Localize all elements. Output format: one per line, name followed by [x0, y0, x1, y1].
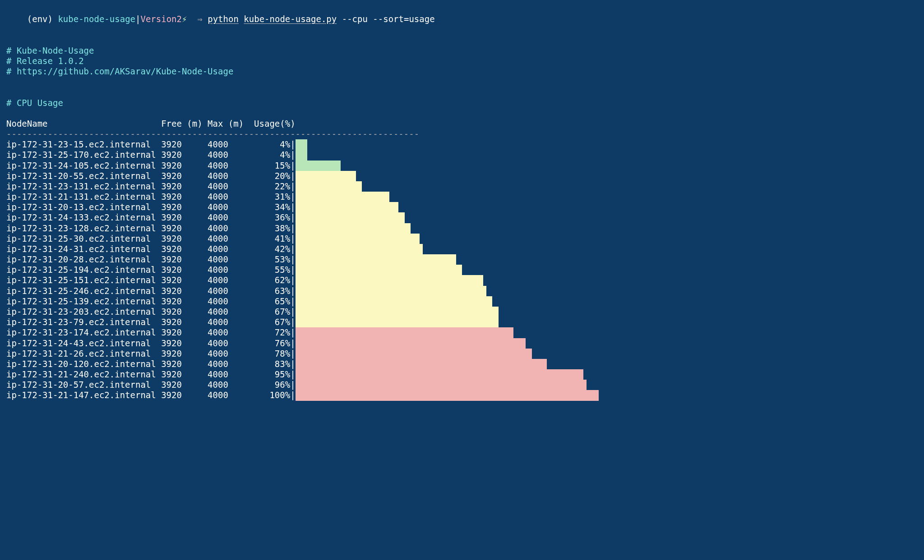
- usage-bar-fill: [296, 307, 499, 317]
- table-header: NodeName Free (m) Max (m) Usage(%): [6, 119, 918, 129]
- usage-bar: [296, 390, 599, 400]
- usage-bar-fill: [296, 286, 486, 296]
- usage-bar: [296, 192, 599, 202]
- usage-bar-fill: [296, 254, 456, 265]
- table-row: ip-172-31-20-13.ec2.internal 3920 4000 3…: [6, 202, 918, 212]
- usage-bar: [296, 349, 599, 359]
- lightning-icon: ⚡: [182, 14, 187, 24]
- usage-bar: [296, 327, 599, 338]
- usage-bar: [296, 202, 599, 212]
- usage-bar: [296, 286, 599, 296]
- usage-bar: [296, 181, 599, 192]
- row-cells: ip-172-31-20-13.ec2.internal 3920 4000 3…: [6, 202, 296, 212]
- row-cells: ip-172-31-24-43.ec2.internal 3920 4000 7…: [6, 338, 296, 349]
- row-cells: ip-172-31-24-31.ec2.internal 3920 4000 4…: [6, 244, 296, 254]
- prompt-line[interactable]: (env) kube-node-usage|Version2⚡ ⇒ python…: [6, 4, 918, 35]
- usage-bar: [296, 150, 599, 160]
- usage-bar-fill: [296, 317, 499, 327]
- row-cells: ip-172-31-23-15.ec2.internal 3920 4000 4…: [6, 139, 296, 150]
- blank-line: [6, 108, 918, 119]
- usage-bar-fill: [296, 244, 423, 254]
- table-row: ip-172-31-25-170.ec2.internal 3920 4000 …: [6, 150, 918, 160]
- banner-line-3: # https://github.com/AKSarav/Kube-Node-U…: [6, 66, 918, 77]
- table-row: ip-172-31-24-43.ec2.internal 3920 4000 7…: [6, 338, 918, 349]
- usage-bar: [296, 254, 599, 265]
- table-row: ip-172-31-25-139.ec2.internal 3920 4000 …: [6, 296, 918, 307]
- usage-bar-fill: [296, 390, 599, 400]
- table-row: ip-172-31-23-203.ec2.internal 3920 4000 …: [6, 307, 918, 317]
- table-row: ip-172-31-25-30.ec2.internal 3920 4000 4…: [6, 234, 918, 244]
- usage-bar-fill: [296, 338, 526, 349]
- table-divider: ----------------------------------------…: [6, 129, 918, 139]
- table-row: ip-172-31-21-240.ec2.internal 3920 4000 …: [6, 369, 918, 380]
- row-cells: ip-172-31-25-194.ec2.internal 3920 4000 …: [6, 265, 296, 275]
- table-row: ip-172-31-24-105.ec2.internal 3920 4000 …: [6, 161, 918, 171]
- prompt-branch: Version2: [140, 14, 182, 24]
- table-row: ip-172-31-21-26.ec2.internal 3920 4000 7…: [6, 349, 918, 359]
- blank-line: [6, 77, 918, 87]
- row-cells: ip-172-31-25-151.ec2.internal 3920 4000 …: [6, 275, 296, 285]
- usage-bar: [296, 234, 599, 244]
- row-cells: ip-172-31-20-28.ec2.internal 3920 4000 5…: [6, 254, 296, 265]
- usage-bar: [296, 369, 599, 380]
- usage-bar-fill: [296, 234, 420, 244]
- usage-bar-fill: [296, 171, 356, 181]
- usage-bar: [296, 161, 599, 171]
- table-row: ip-172-31-20-120.ec2.internal 3920 4000 …: [6, 359, 918, 369]
- row-cells: ip-172-31-24-105.ec2.internal 3920 4000 …: [6, 161, 296, 171]
- table-row: ip-172-31-21-131.ec2.internal 3920 4000 …: [6, 192, 918, 202]
- row-cells: ip-172-31-21-26.ec2.internal 3920 4000 7…: [6, 349, 296, 359]
- usage-bar: [296, 317, 599, 327]
- table-row: ip-172-31-23-15.ec2.internal 3920 4000 4…: [6, 139, 918, 150]
- usage-bar: [296, 212, 599, 223]
- row-cells: ip-172-31-21-147.ec2.internal 3920 4000 …: [6, 390, 296, 400]
- usage-bar-fill: [296, 202, 398, 212]
- usage-bar: [296, 265, 599, 275]
- row-cells: ip-172-31-25-170.ec2.internal 3920 4000 …: [6, 150, 296, 160]
- prompt-arrow-icon: ⇒: [197, 14, 202, 24]
- row-cells: ip-172-31-23-203.ec2.internal 3920 4000 …: [6, 307, 296, 317]
- table-body: ip-172-31-23-15.ec2.internal 3920 4000 4…: [6, 139, 918, 400]
- usage-bar: [296, 275, 599, 285]
- usage-bar-fill: [296, 192, 389, 202]
- row-cells: ip-172-31-21-131.ec2.internal 3920 4000 …: [6, 192, 296, 202]
- table-row: ip-172-31-23-128.ec2.internal 3920 4000 …: [6, 223, 918, 234]
- usage-bar-fill: [296, 265, 462, 275]
- usage-bar-fill: [296, 139, 308, 150]
- row-cells: ip-172-31-24-133.ec2.internal 3920 4000 …: [6, 212, 296, 223]
- section-title: # CPU Usage: [6, 98, 918, 108]
- terminal-window[interactable]: (env) kube-node-usage|Version2⚡ ⇒ python…: [0, 0, 924, 404]
- usage-bar-fill: [296, 161, 341, 171]
- usage-bar-fill: [296, 349, 532, 359]
- row-cells: ip-172-31-20-120.ec2.internal 3920 4000 …: [6, 359, 296, 369]
- table-row: ip-172-31-24-133.ec2.internal 3920 4000 …: [6, 212, 918, 223]
- usage-bar-fill: [296, 380, 587, 390]
- row-cells: ip-172-31-20-57.ec2.internal 3920 4000 9…: [6, 380, 296, 390]
- table-row: ip-172-31-23-174.ec2.internal 3920 4000 …: [6, 327, 918, 338]
- prompt-repo: kube-node-usage: [58, 14, 135, 24]
- banner-line-1: # Kube-Node-Usage: [6, 46, 918, 56]
- row-cells: ip-172-31-23-174.ec2.internal 3920 4000 …: [6, 327, 296, 338]
- usage-bar-fill: [296, 181, 362, 192]
- table-row: ip-172-31-23-131.ec2.internal 3920 4000 …: [6, 181, 918, 192]
- row-cells: ip-172-31-23-131.ec2.internal 3920 4000 …: [6, 181, 296, 192]
- table-row: ip-172-31-20-28.ec2.internal 3920 4000 5…: [6, 254, 918, 265]
- row-cells: ip-172-31-25-30.ec2.internal 3920 4000 4…: [6, 234, 296, 244]
- prompt-pipe: |: [135, 14, 140, 24]
- usage-bar-fill: [296, 275, 484, 285]
- usage-bar: [296, 244, 599, 254]
- table-row: ip-172-31-25-246.ec2.internal 3920 4000 …: [6, 286, 918, 296]
- row-cells: ip-172-31-23-128.ec2.internal 3920 4000 …: [6, 223, 296, 234]
- usage-bar-fill: [296, 150, 308, 160]
- usage-bar: [296, 307, 599, 317]
- usage-bar: [296, 139, 599, 150]
- row-cells: ip-172-31-25-246.ec2.internal 3920 4000 …: [6, 286, 296, 296]
- cmd-python: python: [208, 14, 239, 24]
- usage-bar: [296, 380, 599, 390]
- row-cells: ip-172-31-21-240.ec2.internal 3920 4000 …: [6, 369, 296, 380]
- banner-line-2: # Release 1.0.2: [6, 56, 918, 66]
- usage-bar: [296, 171, 599, 181]
- usage-bar: [296, 223, 599, 234]
- usage-bar: [296, 359, 599, 369]
- table-row: ip-172-31-24-31.ec2.internal 3920 4000 4…: [6, 244, 918, 254]
